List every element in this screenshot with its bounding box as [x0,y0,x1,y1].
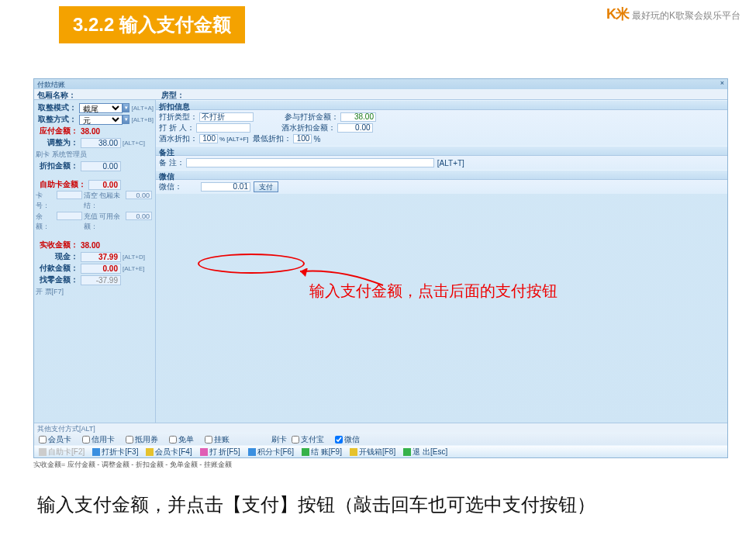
left-panel: 取整模式： 截尾▾ [ALT+A] 取整方式： 元▾ [ALT+B] 应付金额：… [34,100,156,423]
min-disc-label: 最低折扣： [253,133,292,144]
other-pay-row: 会员卡 信用卡 抵用券 免单 挂账 刷卡 支付宝 微信 [34,433,727,445]
cb-coupon[interactable]: 抵用券 [126,434,158,445]
header-row: 包厢名称： 房型： [34,89,727,100]
change-label: 找零金额： [36,274,81,285]
payable-label: 应付金额： [36,126,81,136]
memo-panel-title: 备注 [156,146,727,156]
wine-disc-input[interactable]: 100 [199,134,218,143]
card-icon [39,448,47,456]
swipe-label: 刷卡 [271,434,287,445]
disc-person-label: 打 折 人： [159,123,195,133]
round-way-label: 取整方式： [36,114,79,125]
close-icon[interactable]: × [720,79,724,87]
tb-disccard[interactable]: 打折卡[F3] [92,447,138,457]
slide-title: 3.2.2 输入支付金额 [59,6,245,43]
dropdown-icon[interactable]: ▾ [123,115,130,124]
tb-exit[interactable]: 退 出[Esc] [403,447,447,457]
tb-membercard[interactable]: 会员卡[F4] [146,447,192,457]
type-label: 房型： [161,90,185,98]
balance-value [57,212,82,220]
round-mode-label: 取整模式： [36,102,79,113]
cardno-label: 卡号： [36,191,57,211]
tb-cashbox[interactable]: 开钱箱[F8] [350,447,395,457]
part-disc-value: 38.00 [340,112,376,122]
actual-label: 实收金额： [36,240,81,250]
round-mode-select[interactable]: 截尾 [79,103,123,113]
min-disc-unit: % [313,135,320,143]
discount-amount-label: 折扣金额： [36,160,81,171]
card-user: 刷卡 系统管理员 [36,150,87,160]
discount-amount-value: 0.00 [81,161,121,171]
hotkey: [ALT+E] [123,265,145,272]
discount-panel: 打折类型： 不打折 参与打折金额： 38.00 打 折 人： 酒水折扣金额： 0… [156,110,727,146]
wine-disc-amount-value: 0.00 [337,123,373,133]
disc-type-label: 打折类型： [159,112,198,123]
room-label: 包厢名称： [37,90,76,98]
cb-wechat[interactable]: 微信 [335,434,360,445]
tb-pointcard[interactable]: 积分卡[F6] [248,447,294,457]
wine-disc-label: 酒水折扣： [159,133,198,144]
scissors-icon [200,448,208,456]
selfcard-value: 0.00 [88,180,121,190]
cardno-input[interactable] [57,191,82,199]
cb-free[interactable]: 免单 [169,434,194,445]
wine-disc-unit: % [ALT+F] [219,136,248,143]
avail-value: 0.00 [126,212,152,220]
tb-settle[interactable]: 结 账[F9] [302,447,342,457]
memo-input[interactable] [186,158,434,167]
other-pay-title: 其他支付方式[ALT] [34,423,727,433]
hotkey: [ALT+A] [131,105,154,112]
wechat-label: 微信： [159,181,182,192]
disc-person-input[interactable] [196,123,250,133]
cb-member[interactable]: 会员卡 [39,434,71,445]
adjust-input[interactable]: 38.00 [81,138,121,148]
payable-value: 38.00 [81,127,100,136]
dropdown-icon[interactable]: ▾ [123,103,130,112]
wechat-amount-input[interactable]: 0.01 [201,182,250,192]
disc-type-value: 不打折 [199,112,254,122]
discount-panel-title: 折扣信息 [156,100,727,110]
tb-discount[interactable]: 打 折[F5] [200,447,240,457]
selfcard-label: 自助卡金额： [36,179,88,190]
pkg-pending-value: 0.00 [126,191,152,199]
hotkey: [ALT+D] [123,254,145,261]
caption-text: 输入支付金额，并点击【支付】按钮（敲击回车也可选中支付按钮） [37,492,595,517]
brand-header: K米最好玩的K歌聚会娱乐平台 [606,5,740,23]
check-icon [302,448,309,456]
cb-credit[interactable]: 信用卡 [82,434,115,445]
min-disc-input[interactable]: 100 [293,134,312,143]
wechat-panel-title: 微信 [156,170,727,180]
paid-input[interactable]: 0.00 [81,264,121,274]
cash-label: 现金： [36,251,81,262]
right-panel: 折扣信息 打折类型： 不打折 参与打折金额： 38.00 打 折 人： 酒水折扣… [156,100,727,423]
balance-label: 余额： [36,212,57,232]
cashbox-icon [350,448,357,456]
paid-label: 付款金额： [36,263,81,274]
round-way-select[interactable]: 元 [79,115,123,125]
brand-slogan: 最好玩的K歌聚会娱乐平台 [632,10,740,21]
tb-selfcard: 自助卡[F2] [39,447,85,457]
memo-panel: 备 注： [ALT+T] [156,156,727,170]
actual-value: 38.00 [81,241,100,250]
star-icon [248,448,256,456]
wechat-panel: 微信： 0.01 支付 [156,180,727,194]
cash-input[interactable]: 37.99 [81,252,121,262]
hotkey: [ALT+T] [437,159,464,167]
member-icon [146,448,154,456]
bottom-toolbar: 自助卡[F2] 打折卡[F3] 会员卡[F4] 打 折[F5] 积分卡[F6] … [34,445,727,457]
card-icon [92,448,100,456]
change-value: -37.99 [81,275,121,285]
payment-window: 付款结账 × 包厢名称： 房型： 取整模式： 截尾▾ [ALT+A] 取整方式：… [33,78,728,458]
exit-icon [403,448,411,456]
window-titlebar: 付款结账 × [34,79,727,89]
avail-label: 充值 可用余额： [84,212,126,232]
formula-text: 实收金额= 应付金额 - 调整金额 - 折扣金额 - 免单金额 - 挂账金额 [33,460,232,470]
adjust-label: 调整为： [36,137,81,148]
cb-alipay[interactable]: 支付宝 [292,434,324,445]
cb-hang[interactable]: 挂账 [205,434,230,445]
window-title: 付款结账 [37,81,65,88]
invoice-link[interactable]: 开 票[F7] [36,287,64,297]
part-disc-label: 参与打折金额： [285,112,339,123]
wine-disc-amount-label: 酒水折扣金额： [281,123,336,133]
wechat-pay-button[interactable]: 支付 [254,181,278,192]
